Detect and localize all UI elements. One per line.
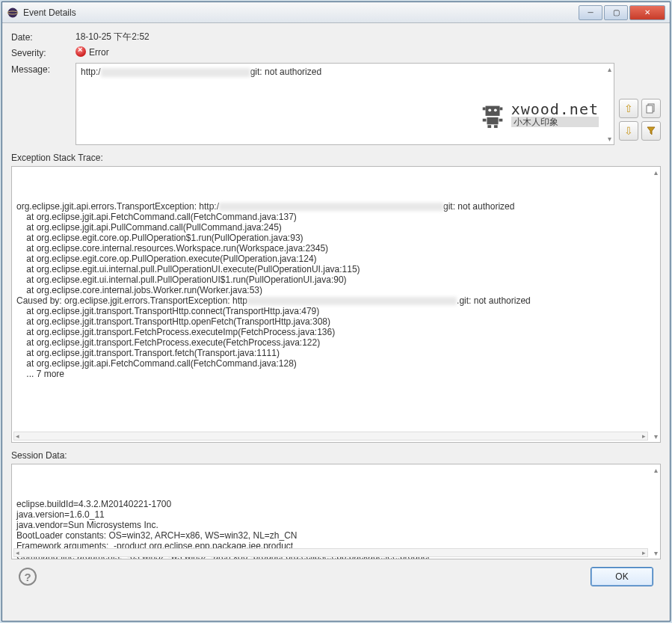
svg-rect-2 — [485, 106, 499, 116]
minimize-button[interactable]: ─ — [579, 5, 602, 20]
help-button[interactable]: ? — [19, 568, 37, 586]
svg-rect-4 — [499, 108, 502, 111]
svg-rect-10 — [487, 125, 491, 128]
date-value: 18-10-25 下午2:52 — [75, 31, 149, 43]
svg-rect-7 — [487, 117, 498, 125]
svg-rect-13 — [647, 105, 653, 113]
stack-trace-content: org.eclipse.jgit.api.errors.TransportExc… — [16, 201, 656, 379]
error-icon — [75, 46, 86, 57]
eclipse-icon — [7, 7, 19, 19]
severity-value: Error — [75, 46, 109, 58]
stack-trace-textarea[interactable]: ▴ org.eclipse.jgit.api.errors.TransportE… — [11, 166, 661, 443]
svg-rect-11 — [494, 125, 498, 128]
stack-trace-label: Exception Stack Trace: — [11, 153, 661, 163]
scroll-up-indicator[interactable]: ▴ — [654, 466, 658, 474]
scroll-down-indicator[interactable]: ▾ — [654, 549, 658, 557]
session-data-textarea[interactable]: ▴ eclipse.buildId=4.3.2.M20140221-1700 j… — [11, 464, 661, 559]
arrow-up-icon: ⇧ — [624, 102, 633, 114]
redacted-url — [101, 68, 250, 77]
horizontal-scrollbar[interactable] — [13, 432, 648, 441]
message-suffix: git: not authorized — [250, 67, 321, 77]
titlebar[interactable]: Event Details ─ ▢ ✕ — [2, 2, 670, 23]
severity-label: Severity: — [11, 46, 75, 58]
svg-rect-3 — [482, 108, 485, 111]
arrow-down-icon: ⇩ — [624, 125, 633, 137]
scroll-up-indicator[interactable]: ▴ — [608, 65, 611, 73]
svg-point-5 — [488, 108, 491, 111]
close-button[interactable]: ✕ — [629, 5, 665, 20]
ok-button[interactable]: OK — [591, 567, 653, 586]
scroll-down-indicator[interactable]: ▾ — [654, 432, 658, 441]
robot-icon — [478, 99, 507, 129]
maximize-button[interactable]: ▢ — [604, 5, 628, 20]
svg-rect-9 — [499, 119, 502, 122]
session-data-label: Session Data: — [11, 450, 661, 461]
copy-button[interactable] — [641, 99, 661, 118]
filter-button[interactable] — [641, 121, 661, 141]
copy-icon — [646, 103, 656, 114]
next-event-button[interactable]: ⇩ — [619, 121, 638, 141]
prev-event-button[interactable]: ⇧ — [619, 99, 638, 118]
watermark-line1: xwood.net — [511, 102, 599, 117]
svg-point-0 — [8, 7, 18, 17]
message-textarea[interactable]: http:/git: not authorized — [75, 63, 614, 145]
scroll-up-indicator[interactable]: ▴ — [654, 168, 658, 177]
date-label: Date: — [11, 31, 75, 43]
horizontal-scrollbar[interactable] — [13, 548, 648, 557]
message-prefix: http:/ — [81, 67, 101, 77]
scroll-down-indicator[interactable]: ▾ — [608, 135, 611, 143]
svg-rect-8 — [482, 119, 486, 122]
filter-icon — [646, 126, 656, 136]
watermark: xwood.net 小木人印象 — [478, 99, 599, 129]
severity-text: Error — [89, 47, 109, 58]
event-details-dialog: Event Details ─ ▢ ✕ Date: 18-10-25 下午2:5… — [1, 1, 671, 622]
ok-label: OK — [615, 571, 628, 582]
message-label: Message: — [11, 63, 75, 75]
window-title: Event Details — [23, 7, 577, 18]
watermark-line2: 小木人印象 — [511, 117, 599, 127]
svg-point-6 — [494, 108, 497, 111]
